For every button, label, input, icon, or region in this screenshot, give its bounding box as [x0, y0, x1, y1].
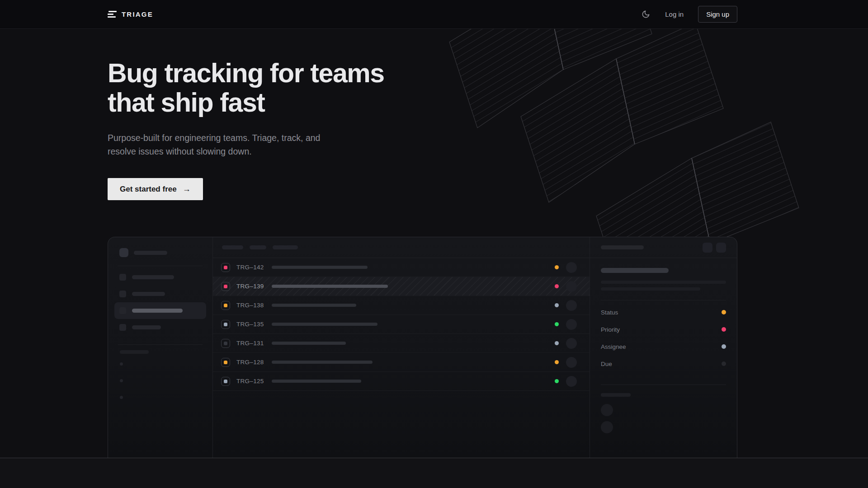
sidebar-item-label-placeholder: [132, 275, 174, 279]
property-value-dot: [722, 344, 726, 349]
issue-id: TRG–142: [236, 264, 266, 271]
issue-list: TRG–142 TRG–139 TRG–138 TRG–135: [213, 258, 590, 391]
property-row[interactable]: Assignee: [601, 338, 726, 355]
panel-action-button[interactable]: [716, 243, 726, 253]
issue-row[interactable]: TRG–128: [213, 353, 590, 372]
hero-subtitle-line2: resolve issues without slowing down.: [108, 145, 384, 158]
brand-name: TRIAGE: [122, 10, 153, 18]
issue-id: TRG–138: [236, 302, 266, 309]
priority-dot: [555, 322, 559, 326]
panel-section-placeholder: [601, 393, 631, 397]
sidebar-item[interactable]: [114, 269, 206, 286]
issue-title-placeholder: [272, 342, 346, 345]
issue-title-placeholder: [272, 304, 356, 307]
property-row[interactable]: Priority: [601, 321, 726, 338]
detail-title-placeholder: [601, 245, 644, 249]
property-label: Assignee: [601, 343, 626, 350]
assignee-avatar: [566, 357, 577, 368]
log-in-link[interactable]: Log in: [665, 10, 684, 18]
priority-dot: [555, 379, 559, 383]
brand-logo[interactable]: TRIAGE: [108, 10, 153, 18]
issue-row[interactable]: TRG–142: [213, 258, 590, 277]
issue-row[interactable]: TRG–139: [213, 277, 590, 296]
property-value-dot: [722, 327, 726, 332]
issue-title-placeholder: [272, 266, 368, 269]
issue-row[interactable]: TRG–135: [213, 315, 590, 334]
hero-title: Bug tracking for teams that ship fast: [108, 59, 384, 117]
list-tab-placeholder[interactable]: [222, 245, 243, 249]
assignee-avatar: [566, 338, 577, 349]
issue-row[interactable]: TRG–138: [213, 296, 590, 315]
list-tab-placeholder[interactable]: [250, 245, 266, 249]
issue-id: TRG–139: [236, 283, 266, 290]
assignee-avatar: [566, 319, 577, 330]
issue-title-placeholder: [601, 268, 669, 273]
top-nav: TRIAGE Log in Sign up: [0, 0, 868, 29]
detail-panel-header: [590, 237, 737, 258]
assignee-avatar: [566, 376, 577, 387]
footer: [0, 458, 868, 488]
description-line-placeholder: [601, 281, 726, 284]
sidebar-item-label-placeholder: [132, 325, 161, 329]
issue-id: TRG–131: [236, 340, 266, 347]
sidebar-item[interactable]: [114, 319, 206, 336]
issue-id: TRG–125: [236, 378, 266, 385]
triage-logo-icon: [108, 11, 117, 18]
comment-avatar-placeholder: [601, 404, 613, 416]
assignee-avatar: [566, 281, 577, 292]
workspace-avatar: [119, 248, 128, 257]
hero-title-line2: that ship fast: [108, 88, 265, 117]
hero-subtitle: Purpose-built for engineering teams. Tri…: [108, 131, 384, 158]
get-started-button[interactable]: Get started free →: [108, 178, 203, 200]
sidebar-item[interactable]: [114, 286, 206, 302]
app-preview-card: TRG–142 TRG–139 TRG–138 TRG–135: [108, 237, 737, 458]
hero-subtitle-line1: Purpose-built for engineering teams. Tri…: [108, 131, 384, 145]
assignee-avatar: [566, 262, 577, 273]
sign-up-button[interactable]: Sign up: [698, 6, 737, 23]
issue-status-icon: [221, 358, 230, 367]
priority-dot: [555, 341, 559, 345]
comment-avatar-placeholder: [601, 421, 613, 433]
issue-id: TRG–135: [236, 321, 266, 328]
issue-title-placeholder: [272, 361, 373, 364]
issue-row[interactable]: TRG–131: [213, 334, 590, 353]
property-row[interactable]: Due: [601, 355, 726, 372]
sidebar-item-icon: [119, 274, 126, 281]
list-header: [213, 237, 590, 258]
get-started-label: Get started free: [120, 185, 177, 194]
property-label: Due: [601, 361, 612, 367]
issue-list-panel: TRG–142 TRG–139 TRG–138 TRG–135: [213, 237, 590, 458]
issue-status-icon: [221, 301, 230, 310]
sidebar-item[interactable]: [114, 302, 206, 319]
list-tab-placeholder[interactable]: [273, 245, 298, 249]
hero-title-line1: Bug tracking for teams: [108, 58, 384, 88]
sidebar-dot: [120, 362, 123, 366]
issue-status-icon: [221, 339, 230, 348]
sidebar-divider: [118, 344, 203, 345]
issue-row[interactable]: TRG–125: [213, 372, 590, 391]
issue-title-placeholder: [272, 380, 361, 383]
property-label: Status: [601, 309, 618, 316]
issue-id: TRG–128: [236, 359, 266, 366]
property-value-dot: [722, 310, 726, 314]
panel-divider: [601, 385, 726, 385]
sidebar-item-icon: [119, 324, 126, 331]
theme-toggle-button[interactable]: [641, 9, 651, 19]
priority-dot: [555, 303, 559, 307]
sidebar-dot: [120, 379, 123, 382]
panel-divider: [601, 300, 726, 300]
assignee-avatar: [566, 300, 577, 311]
property-value-dot: [722, 361, 726, 366]
property-row[interactable]: Status: [601, 304, 726, 321]
arrow-right-icon: →: [183, 184, 191, 194]
detail-panel-body: Status Priority Assignee Due: [590, 258, 737, 433]
panel-action-button[interactable]: [703, 243, 712, 253]
workspace-switcher[interactable]: [119, 248, 212, 257]
sidebar-nav: [108, 269, 212, 336]
sidebar-divider: [118, 266, 203, 266]
sidebar-item-label-placeholder: [132, 292, 165, 296]
issue-status-icon: [221, 320, 230, 329]
issue-status-icon: [221, 263, 230, 272]
description-line-placeholder: [601, 287, 700, 291]
workspace-name-placeholder: [134, 251, 167, 255]
